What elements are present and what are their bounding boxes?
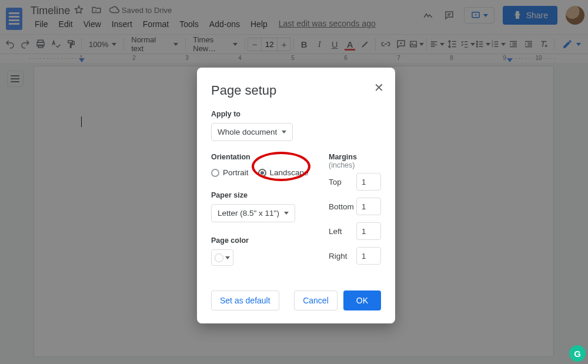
margin-top-label: Top [329, 178, 342, 186]
margin-right-label: Right [329, 252, 348, 261]
orientation-label: Orientation [211, 153, 311, 161]
paper-size-label: Paper size [211, 191, 311, 199]
portrait-label: Portrait [223, 168, 249, 177]
margin-bottom-input[interactable] [356, 198, 381, 215]
radio-icon [211, 169, 219, 177]
dialog-title: Page setup [211, 83, 381, 98]
page-color-label: Page color [211, 236, 311, 245]
landscape-label: Landscape [270, 168, 309, 177]
page-color-select[interactable] [211, 249, 233, 266]
orientation-portrait-radio[interactable]: Portrait [211, 168, 249, 177]
margin-bottom-label: Bottom [329, 202, 354, 211]
orientation-landscape-radio[interactable]: Landscape [258, 168, 309, 177]
radio-icon [258, 169, 266, 177]
margins-label: Margins (inches) [329, 153, 381, 169]
grammarly-icon[interactable]: G [569, 345, 586, 362]
ok-button[interactable]: OK [343, 290, 381, 310]
margin-left-label: Left [329, 227, 342, 236]
chevron-down-icon [225, 256, 230, 259]
paper-size-value: Letter (8.5" x 11") [218, 209, 279, 218]
margin-left-input[interactable] [356, 222, 381, 240]
chevron-down-icon [284, 212, 289, 215]
close-icon[interactable]: ✕ [372, 81, 386, 95]
margin-top-input[interactable] [356, 173, 381, 191]
apply-to-select[interactable]: Whole document [211, 123, 293, 141]
color-swatch-icon [215, 253, 223, 262]
margin-right-input[interactable] [356, 247, 381, 265]
chevron-down-icon [282, 131, 286, 133]
apply-to-label: Apply to [211, 110, 381, 118]
cancel-button[interactable]: Cancel [294, 290, 338, 310]
paper-size-select[interactable]: Letter (8.5" x 11") [211, 204, 295, 222]
set-as-default-button[interactable]: Set as default [211, 290, 279, 310]
apply-to-value: Whole document [218, 128, 277, 136]
page-setup-dialog: Page setup ✕ Apply to Whole document Ori… [197, 68, 395, 323]
